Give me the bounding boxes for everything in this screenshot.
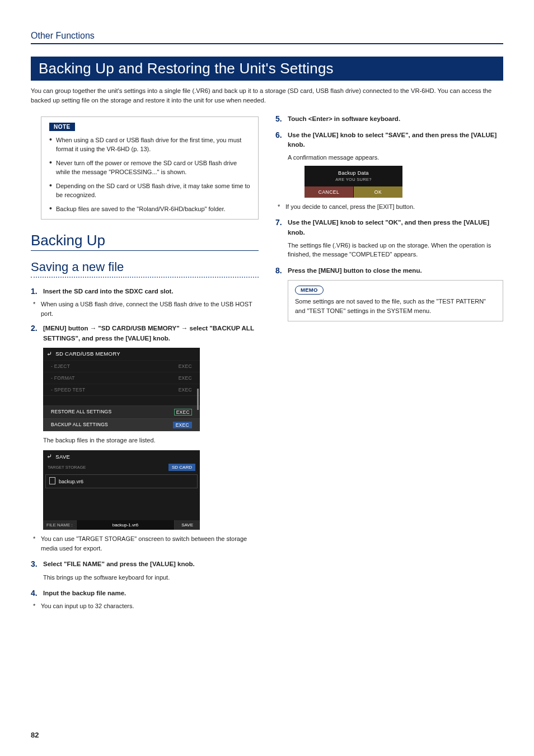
menu-title: SD CARD/USB MEMORY bbox=[55, 351, 120, 357]
section-heading: Backing Up bbox=[31, 232, 259, 251]
step-note-text: When using a USB flash drive, connect th… bbox=[41, 300, 259, 318]
body-text: This brings up the software keyboard for… bbox=[43, 573, 259, 582]
breadcrumb: Other Functions bbox=[31, 31, 503, 44]
step-note-text: If you decide to cancel, press the [EXIT… bbox=[285, 202, 415, 212]
arrow-icon: → bbox=[90, 325, 97, 332]
page-number: 82 bbox=[31, 731, 39, 739]
step-title: Press the [MENU] button to close the men… bbox=[288, 267, 422, 274]
scrollbar bbox=[197, 362, 199, 429]
menu-row: RESTORE ALL SETTINGSEXEC bbox=[43, 405, 200, 418]
note-label: NOTE bbox=[49, 123, 75, 131]
body-text: The backup files in the storage are list… bbox=[43, 436, 259, 445]
step-number: 4. bbox=[31, 589, 43, 598]
dialog-title: Backup Data bbox=[305, 170, 402, 176]
target-storage-label: TARGET STORAGE bbox=[48, 465, 86, 470]
step-number: 7. bbox=[275, 218, 288, 237]
right-column: 5. Touch <Enter> in software keyboard. 6… bbox=[275, 114, 503, 617]
step-4: 4. Input the backup file name. bbox=[31, 589, 259, 598]
memo-label: MEMO bbox=[295, 286, 324, 295]
note-item: Depending on the SD card or USB flash dr… bbox=[49, 181, 251, 200]
note-item: Backup files are saved to the "Roland/VR… bbox=[49, 204, 251, 214]
step-number: 1. bbox=[31, 287, 43, 296]
confirm-dialog: Backup Data ARE YOU SURE? CANCEL OK bbox=[305, 166, 402, 198]
step-6: 6. Use the [VALUE] knob to select "SAVE"… bbox=[275, 130, 503, 150]
target-storage-value: SD CARD bbox=[168, 464, 195, 471]
menu-row: - FORMATEXEC bbox=[43, 372, 200, 384]
menu-row: - SPEED TESTEXEC bbox=[43, 384, 200, 395]
step-title: Use the [VALUE] knob to select "OK", and… bbox=[288, 219, 489, 235]
file-item: backup.vr6 bbox=[45, 474, 198, 488]
note-item: Never turn off the power or remove the S… bbox=[49, 158, 251, 177]
step-note: *If you decide to cancel, press the [EXI… bbox=[278, 202, 503, 212]
ok-button: OK bbox=[353, 186, 402, 198]
menu-title: SAVE bbox=[55, 454, 70, 460]
step-1: 1. Insert the SD card into the SDXC card… bbox=[31, 287, 259, 296]
dotted-rule bbox=[31, 277, 259, 278]
step-number: 6. bbox=[275, 130, 288, 150]
body-text: A confirmation message appears. bbox=[288, 153, 503, 162]
file-icon bbox=[49, 477, 55, 486]
step-note: *You can input up to 32 characters. bbox=[33, 601, 259, 611]
memo-text: Some settings are not saved to the file,… bbox=[295, 297, 496, 315]
body-text: The settings file (.VR6) is backed up on… bbox=[288, 241, 503, 259]
file-name: backup.vr6 bbox=[59, 479, 83, 484]
note-item: When using a SD card or USB flash drive … bbox=[49, 136, 251, 154]
step-2: 2. [MENU] button → "SD CARD/USB MEMORY" … bbox=[31, 324, 259, 343]
step-title: Touch <Enter> in software keyboard. bbox=[288, 115, 400, 122]
back-icon: ⤶ bbox=[46, 350, 52, 358]
step-number: 8. bbox=[275, 266, 288, 276]
subsection-heading: Saving a new file bbox=[31, 260, 259, 277]
step-note: *When using a USB flash drive, connect t… bbox=[33, 300, 259, 318]
filename-label: FILE NAME : bbox=[43, 520, 76, 530]
menu-row: - EJECTEXEC bbox=[43, 360, 200, 372]
intro-text: You can group together the unit's settin… bbox=[31, 86, 503, 105]
step-5: 5. Touch <Enter> in software keyboard. bbox=[275, 114, 503, 124]
step-number: 3. bbox=[31, 559, 43, 569]
arrow-icon: → bbox=[181, 325, 188, 332]
step-note-text: You can use "TARGET STORAGE" onscreen to… bbox=[41, 534, 259, 553]
step-text: [MENU] button bbox=[43, 325, 90, 332]
step-7: 7. Use the [VALUE] knob to select "OK", … bbox=[275, 218, 503, 237]
save-button: SAVE bbox=[175, 520, 200, 530]
step-title: Use the [VALUE] knob to select "SAVE", a… bbox=[288, 132, 496, 148]
step-number: 5. bbox=[275, 114, 288, 124]
menu-row-selected: BACKUP ALL SETTINGSEXEC bbox=[43, 418, 200, 431]
step-note-text: You can input up to 32 characters. bbox=[41, 601, 134, 611]
filename-value: backup-1.vr6 bbox=[76, 520, 175, 530]
dialog-subtitle: ARE YOU SURE? bbox=[305, 177, 402, 182]
step-title: Insert the SD card into the SDXC card sl… bbox=[43, 288, 174, 295]
menu-screenshot: ⤶ SD CARD/USB MEMORY - EJECTEXEC - FORMA… bbox=[43, 348, 200, 431]
page-title: Backing Up and Restoring the Unit's Sett… bbox=[31, 57, 503, 81]
back-icon: ⤶ bbox=[46, 452, 52, 460]
left-column: NOTE When using a SD card or USB flash d… bbox=[31, 114, 259, 617]
step-8: 8. Press the [MENU] button to close the … bbox=[275, 266, 503, 276]
cancel-button: CANCEL bbox=[305, 186, 353, 198]
step-3: 3. Select "FILE NAME" and press the [VAL… bbox=[31, 559, 259, 569]
save-screenshot: ⤶ SAVE TARGET STORAGE SD CARD backup.vr6… bbox=[43, 450, 200, 530]
memo-box: MEMO Some settings are not saved to the … bbox=[288, 280, 503, 321]
step-title: Select "FILE NAME" and press the [VALUE]… bbox=[43, 561, 195, 567]
note-box: NOTE When using a SD card or USB flash d… bbox=[41, 116, 259, 220]
step-note: *You can use "TARGET STORAGE" onscreen t… bbox=[33, 534, 259, 553]
step-number: 2. bbox=[31, 324, 43, 343]
step-text: "SD CARD/USB MEMORY" bbox=[96, 325, 181, 332]
step-title: Input the backup file name. bbox=[43, 590, 126, 596]
